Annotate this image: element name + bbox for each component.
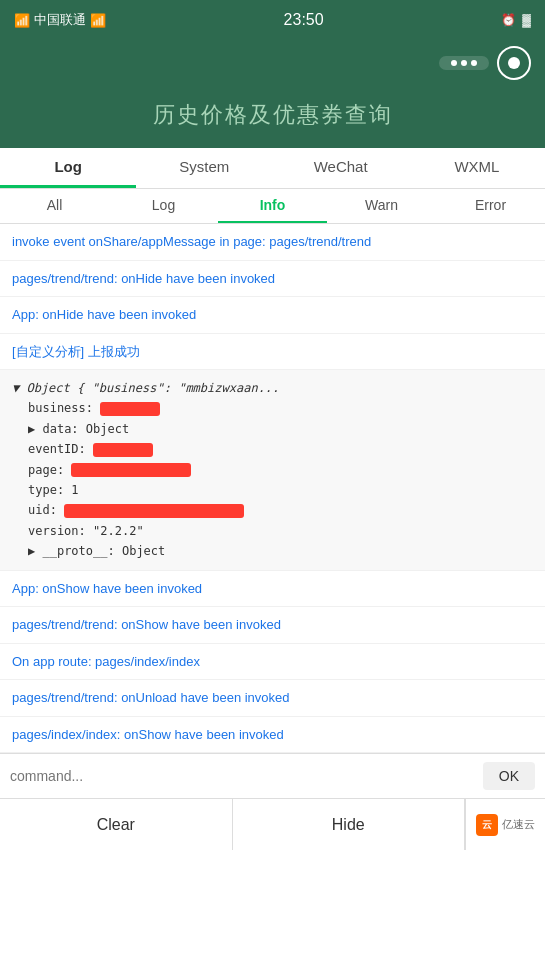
obj-field-business: business: <box>12 398 533 418</box>
obj-field-data: ▶ data: Object <box>12 419 533 439</box>
hide-button[interactable]: Hide <box>233 799 466 850</box>
log-entry-10: pages/index/index: onShow have been invo… <box>0 717 545 754</box>
tab-wechat[interactable]: WeChat <box>273 148 409 188</box>
status-bar: 📶 中国联通 📶 23:50 ⏰ ▓ <box>0 0 545 40</box>
status-carrier: 📶 中国联通 📶 <box>14 11 106 29</box>
log-entry-8: On app route: pages/index/index <box>0 644 545 681</box>
battery-icon: ▓ <box>522 13 531 27</box>
business-redacted <box>100 402 160 416</box>
tab-info[interactable]: Info <box>218 189 327 223</box>
app-title: 历史价格及优惠券查询 <box>0 88 545 148</box>
log-entry-5-object: ▼ Object { "business": "mmbizwxaan... bu… <box>0 370 545 571</box>
page-redacted <box>71 463 191 477</box>
obj-field-page: page: <box>12 460 533 480</box>
obj-field-proto: ▶ __proto__: Object <box>12 541 533 561</box>
tab-all[interactable]: All <box>0 189 109 223</box>
command-bar: OK <box>0 753 545 798</box>
clear-button[interactable]: Clear <box>0 799 233 850</box>
bottom-bar: Clear Hide 云 亿速云 <box>0 798 545 850</box>
tab-warn[interactable]: Warn <box>327 189 436 223</box>
dot-2 <box>461 60 467 66</box>
log-entry-9: pages/trend/trend: onUnload have been in… <box>0 680 545 717</box>
obj-field-uid: uid: <box>12 500 533 520</box>
tab-system[interactable]: System <box>136 148 272 188</box>
tab-log-filter[interactable]: Log <box>109 189 218 223</box>
obj-field-type: type: 1 <box>12 480 533 500</box>
log-entry-7: pages/trend/trend: onShow have been invo… <box>0 607 545 644</box>
status-time: 23:50 <box>284 11 324 29</box>
brand-icon: 云 <box>476 814 498 836</box>
tab-log[interactable]: Log <box>0 148 136 188</box>
status-right: ⏰ ▓ <box>501 13 531 27</box>
tab-wxml[interactable]: WXML <box>409 148 545 188</box>
uid-redacted <box>64 504 244 518</box>
signal-icon: 📶 <box>14 13 30 28</box>
log-entry-6: App: onShow have been invoked <box>0 571 545 608</box>
object-block: ▼ Object { "business": "mmbizwxaan... bu… <box>12 378 533 562</box>
tab-row-1: Log System WeChat WXML <box>0 148 545 189</box>
obj-field-version: version: "2.2.2" <box>12 521 533 541</box>
tab-error[interactable]: Error <box>436 189 545 223</box>
log-entry-3: App: onHide have been invoked <box>0 297 545 334</box>
more-options-button[interactable] <box>439 56 489 70</box>
obj-field-eventid: eventID: <box>12 439 533 459</box>
record-inner-icon <box>508 57 520 69</box>
eventid-redacted <box>93 443 153 457</box>
record-button[interactable] <box>497 46 531 80</box>
ok-button[interactable]: OK <box>483 762 535 790</box>
brand-logo-area: 云 亿速云 <box>465 799 545 850</box>
tab-row-2: All Log Info Warn Error <box>0 189 545 224</box>
wifi-icon: 📶 <box>90 13 106 28</box>
dot-3 <box>471 60 477 66</box>
alarm-icon: ⏰ <box>501 13 516 27</box>
obj-header: ▼ Object { "business": "mmbizwxaan... <box>12 378 533 398</box>
dot-1 <box>451 60 457 66</box>
log-entry-2: pages/trend/trend: onHide have been invo… <box>0 261 545 298</box>
header-icons-bar <box>0 40 545 88</box>
log-entry-1: invoke event onShare/appMessage in page:… <box>0 224 545 261</box>
log-entry-4: [自定义分析] 上报成功 <box>0 334 545 371</box>
command-input[interactable] <box>10 768 483 784</box>
log-content: invoke event onShare/appMessage in page:… <box>0 224 545 753</box>
